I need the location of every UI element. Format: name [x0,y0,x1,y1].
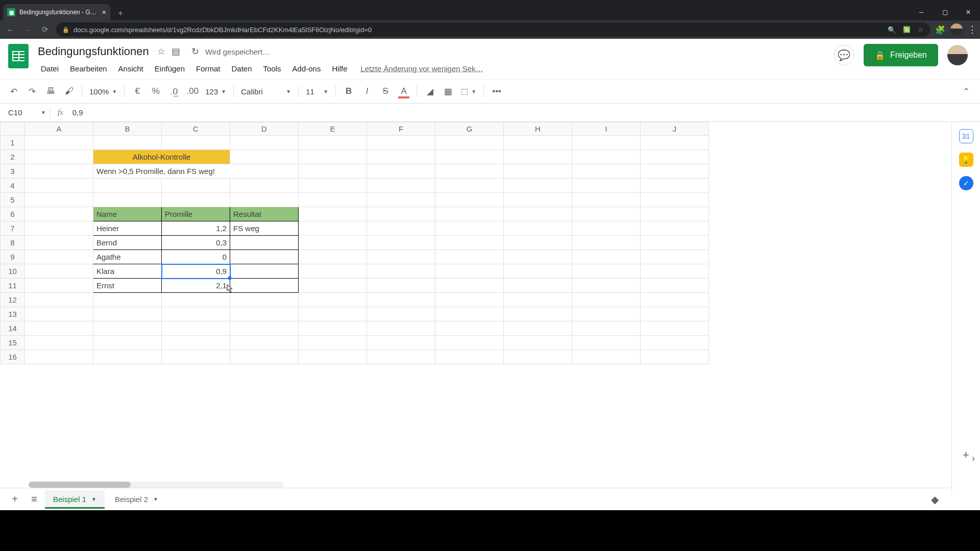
move-icon[interactable]: ▤ [172,46,180,57]
sheets-logo-icon[interactable] [8,44,29,68]
row-header[interactable]: 11 [1,279,25,293]
row-header[interactable]: 8 [1,236,25,250]
strikethrough-icon[interactable]: S [377,83,394,99]
cell[interactable]: 0,3 [162,236,230,250]
paint-format-icon[interactable]: 🖌 [60,83,78,99]
close-tab-icon[interactable]: × [102,8,106,16]
reload-icon[interactable]: ⟳ [39,23,51,36]
menu-file[interactable]: Datei [36,62,64,75]
cell[interactable] [230,279,299,293]
row-header[interactable]: 15 [1,336,25,350]
scrollbar-thumb[interactable] [29,482,131,488]
row-header[interactable]: 10 [1,264,25,279]
comments-button[interactable]: 💬 [834,45,854,65]
all-sheets-button[interactable]: ≡ [26,491,43,508]
menu-format[interactable]: Format [191,62,226,75]
more-toolbar-icon[interactable]: ••• [488,83,505,99]
keep-icon[interactable]: 💡 [959,153,973,167]
menu-tools[interactable]: Tools [258,62,286,75]
cell[interactable]: Bernd [93,236,162,250]
explore-button[interactable]: ◆ [926,491,943,508]
redo-icon[interactable]: ↷ [23,83,41,99]
text-color-icon[interactable]: A [395,83,412,99]
row-header[interactable]: 2 [1,150,25,164]
cell[interactable]: Name [93,207,162,221]
cell[interactable]: Promille [162,207,230,221]
cell[interactable]: Ernst [93,279,162,293]
column-header[interactable]: F [367,122,435,136]
horizontal-scrollbar[interactable] [29,482,284,488]
name-box[interactable]: C10 ▼ [4,108,50,117]
increase-decimal-icon[interactable]: .00 [184,83,201,99]
cell[interactable]: Resultat [230,207,299,221]
selected-cell[interactable]: 0,9 [162,264,230,279]
column-header[interactable]: C [162,122,230,136]
menu-edit[interactable]: Bearbeiten [65,62,112,75]
select-all-corner[interactable] [1,122,25,136]
menu-insert[interactable]: Einfügen [150,62,190,75]
menu-view[interactable]: Ansicht [113,62,149,75]
percent-button[interactable]: % [147,83,164,99]
cell[interactable]: Agathe [93,250,162,264]
translate-icon[interactable]: 🈯 [903,26,911,33]
extensions-icon[interactable]: 🧩 [935,25,945,35]
account-avatar[interactable] [947,45,968,65]
close-window-icon[interactable]: ✕ [957,4,980,20]
address-bar[interactable]: 🔒 docs.google.com/spreadsheets/d/1vg2Rcd… [56,22,930,37]
currency-button[interactable]: € [129,83,146,99]
column-header[interactable]: G [435,122,504,136]
menu-data[interactable]: Daten [227,62,257,75]
row-header[interactable]: 7 [1,221,25,236]
row-header[interactable]: 14 [1,321,25,336]
column-header[interactable]: J [641,122,709,136]
cell[interactable]: Klara [93,264,162,279]
row-header[interactable]: 3 [1,164,25,179]
zoom-select[interactable]: 100%▼ [86,87,120,96]
menu-addons[interactable]: Add-ons [287,62,326,75]
chrome-menu-icon[interactable]: ⋮ [968,24,976,35]
column-header[interactable]: E [299,122,367,136]
font-select[interactable]: Calibri▼ [238,87,294,96]
star-icon[interactable]: ☆ [157,46,165,57]
cell[interactable]: Heiner [93,221,162,236]
forward-icon[interactable]: → [21,23,34,36]
row-header[interactable]: 6 [1,207,25,221]
borders-icon[interactable]: ▦ [439,83,457,99]
merge-cells-select[interactable]: ⬚▼ [458,87,479,96]
decrease-decimal-icon[interactable]: .0̲ [165,83,183,99]
row-header[interactable]: 16 [1,350,25,364]
add-sheet-button[interactable]: + [6,491,23,508]
print-icon[interactable]: 🖶 [42,83,59,99]
calendar-icon[interactable]: 31 [959,129,973,143]
row-header[interactable]: 1 [1,136,25,150]
bold-icon[interactable]: B [340,83,357,99]
font-size-select[interactable]: 11▼ [303,87,331,96]
column-header[interactable]: D [230,122,299,136]
undo-icon[interactable]: ↶ [5,83,22,99]
row-header[interactable]: 12 [1,293,25,307]
search-omnibox-icon[interactable]: 🔍 [888,26,896,34]
cell[interactable]: Wenn >0,5 Promille, dann FS weg! [93,164,299,179]
minimize-icon[interactable]: ─ [910,4,933,20]
cell[interactable]: Alkohol-Kontrolle [93,150,230,164]
cell[interactable] [230,264,299,279]
cell[interactable] [230,236,299,250]
column-header[interactable]: A [25,122,93,136]
row-header[interactable]: 13 [1,307,25,321]
cell[interactable]: FS weg [230,221,299,236]
last-edit-link[interactable]: Letzte Änderung vor wenigen Sek… [355,62,488,75]
italic-icon[interactable]: I [358,83,376,99]
bookmark-icon[interactable]: ☆ [918,26,924,34]
column-header[interactable]: H [504,122,572,136]
cell[interactable]: 2,1 [162,279,230,293]
cell[interactable] [230,250,299,264]
maximize-icon[interactable]: ▢ [933,4,957,20]
new-tab-button[interactable]: + [113,6,128,20]
sheet-tab-1[interactable]: Beispiel 1▼ [45,490,105,509]
profile-avatar-small[interactable] [950,23,963,36]
tasks-icon[interactable]: ✓ [959,176,973,190]
menu-help[interactable]: Hilfe [327,62,352,75]
side-panel-collapse-icon[interactable]: › [972,453,975,464]
collapse-toolbar-icon[interactable]: ⌃ [958,83,975,99]
sheet-tab-2[interactable]: Beispiel 2▼ [107,490,166,509]
